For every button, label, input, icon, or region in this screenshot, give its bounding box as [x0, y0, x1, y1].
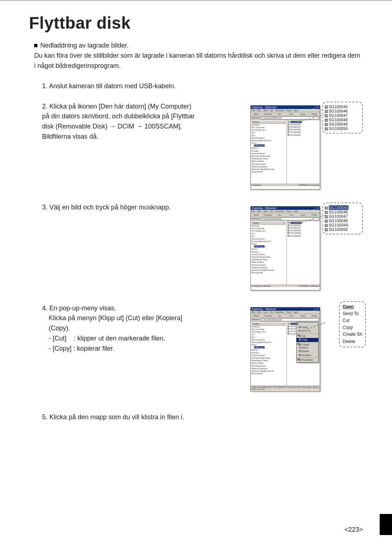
toolbar: BackForwardUpCutCopyPaste [251, 314, 320, 318]
page-number: <223> [344, 526, 363, 534]
intro-block: Nedladdning av lagrade bilder. Du kan fö… [34, 41, 363, 71]
step-4-figure: Exploring - 100sscam_ □ × FileEditViewGo… [250, 303, 363, 394]
step-3: 3. Välj en bild och tryck på höger muskn… [42, 203, 198, 213]
window-controls: _ □ × [313, 207, 319, 209]
explorer-window: Exploring - 100sscam_ □ × FileEditViewGo… [250, 307, 320, 391]
window-title: Exploring - 100sscam [252, 207, 276, 209]
toolbar: BackForwardUpCutCopyPaste [251, 213, 320, 217]
step-4: 4. En pop-up-meny visas. Klicka på menyn… [42, 303, 198, 354]
menubar: FileEditViewGoFavoritesToolsHelp [251, 109, 320, 112]
explorer-window: Exploring - 100sscam_ □ × FileEditViewGo… [250, 206, 320, 290]
step-2: 2. Klicka på ikonen [Den här datorn] (My… [42, 102, 198, 142]
step-2-figure: Exploring - 100sscam_ □ × FileEditViewGo… [250, 102, 363, 192]
intro-body: Du kan föra över de stillbilder som är l… [34, 52, 360, 69]
toolbar: BackForwardUpCutCopyPaste [251, 112, 320, 116]
address-bar: AddressF:\DCIM\100SSCAM [251, 116, 320, 120]
menubar: FileEditViewGoFavoritesToolsHelp [251, 210, 320, 213]
page-title: Flyttbar disk [29, 13, 363, 33]
window-controls: _ □ × [313, 106, 319, 109]
step-5: 5. Klicka på den mapp som du vill klistr… [42, 412, 289, 423]
address-bar: AddressF:\DCIM\100SSCAM [251, 217, 320, 221]
folder-tree: Folders× Desktop My Computer 3½ Floppy (… [251, 120, 287, 184]
window-title: Exploring - 100sscam [252, 106, 276, 109]
edge-tab [380, 514, 392, 535]
intro-heading: Nedladdning av lagrade bilder. [40, 42, 128, 49]
bullet-icon [34, 44, 37, 47]
step-1: 1. Anslut kameran till datorn med USB-ka… [42, 81, 289, 91]
file-list: OpenSend ToCutCopyCreate ShortcutDeleteR… [287, 322, 320, 385]
callout-files: SG100045SG100046SG100047SG100048SG100049… [322, 102, 363, 134]
folder-tree: Folders× Desktop My Computer 3½ Floppy (… [251, 221, 287, 285]
callout-files: SG100045SG100046SG100047SG100048SG1S0049… [322, 203, 363, 234]
folder-tree: Folders× Desktop My Computer 3½ Floppy (… [251, 322, 287, 385]
window-title: Exploring - 100sscam [252, 308, 276, 310]
window-controls: _ □ × [313, 308, 319, 310]
address-bar: AddressF:\DCIM\100SSCAM [251, 318, 320, 322]
file-list: SG100045SG100046SG100047SG100048SG100049… [287, 120, 320, 184]
menubar: FileEditViewGoFavoritesToolsHelp [251, 311, 320, 314]
callout-context-menu: OpenSend ToCutCopyCreate ShDelete [339, 301, 366, 347]
file-list: SG100045SG100046SG100047SG100048SG1S0049… [287, 221, 320, 285]
explorer-window: Exploring - 100sscam_ □ × FileEditViewGo… [250, 105, 320, 189]
step-3-figure: Exploring - 100sscam_ □ × FileEditViewGo… [250, 203, 363, 293]
context-menu: OpenSend ToCutCopyCreate ShortcutDeleteR… [296, 322, 319, 363]
